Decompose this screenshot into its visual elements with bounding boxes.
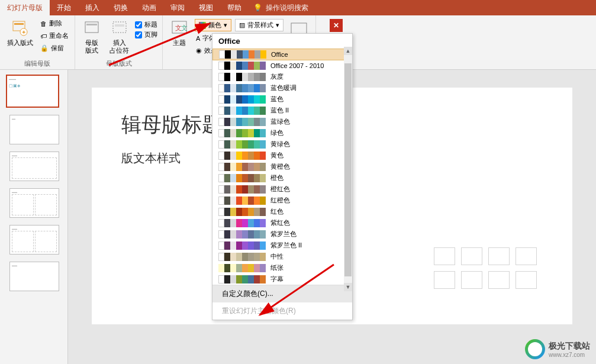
placeholder-label: 插入 占位符 xyxy=(109,39,129,54)
color-scheme-item[interactable]: 橙红色 xyxy=(212,183,352,195)
color-scheme-label: Office 2007 - 2010 xyxy=(270,62,324,69)
title-checkbox[interactable]: 标题 xyxy=(135,20,157,29)
tab-home[interactable]: 开始 xyxy=(50,0,78,15)
color-scheme-item[interactable]: 中性 xyxy=(212,251,352,262)
color-scheme-item[interactable]: 黄橙色 xyxy=(212,161,352,172)
layout-thumbnail[interactable]: ━━━ xyxy=(9,225,59,255)
color-scheme-label: 紫红色 xyxy=(270,218,290,227)
video-icon[interactable] xyxy=(488,271,510,289)
color-menu-header: Office xyxy=(212,34,352,49)
color-scheme-label: 黄橙色 xyxy=(270,162,290,171)
layout-thumbnail[interactable]: ━━━ xyxy=(9,262,59,291)
color-swatches xyxy=(218,230,266,239)
color-scheme-item[interactable]: 紫罗兰色 xyxy=(212,228,352,240)
scroll-down-arrow[interactable]: ▼ xyxy=(344,283,352,291)
color-scheme-item[interactable]: 黄色 xyxy=(212,150,352,161)
online-picture-icon[interactable] xyxy=(461,271,482,289)
color-swatches xyxy=(218,140,266,149)
3d-icon[interactable] xyxy=(516,247,537,265)
color-menu-footer: 自定义颜色(C)... 重设幻灯片主题颜色(R) xyxy=(212,285,352,320)
color-scheme-item[interactable]: 蓝色暖调 xyxy=(212,82,352,94)
colors-dropdown[interactable]: 颜色 ▾ xyxy=(195,19,231,31)
color-scheme-item[interactable]: 紫罗兰色 II xyxy=(212,240,352,251)
color-swatches xyxy=(218,241,266,250)
color-scheme-label: 蓝色 xyxy=(270,95,283,104)
insert-layout-button[interactable]: ✦ 插入版式 xyxy=(5,18,36,48)
color-scheme-label: 灰度 xyxy=(270,72,283,81)
color-scheme-item[interactable]: 字幕 xyxy=(212,273,352,285)
master-layout-button[interactable]: 母版 版式 xyxy=(80,18,104,56)
svg-rect-11 xyxy=(291,23,307,34)
footer-checkbox[interactable]: 页脚 xyxy=(135,30,157,39)
color-scheme-item[interactable]: 黄绿色 xyxy=(212,138,352,150)
table-icon[interactable] xyxy=(434,247,455,265)
color-scheme-item[interactable]: 绿色 xyxy=(212,127,352,138)
color-swatches xyxy=(218,253,266,261)
icon-icon[interactable] xyxy=(516,271,537,289)
tab-transitions[interactable]: 切换 xyxy=(107,0,135,15)
scroll-up-arrow[interactable]: ▲ xyxy=(344,47,352,55)
color-scheme-label: 蓝绿色 xyxy=(270,117,290,126)
color-scheme-item[interactable]: Office xyxy=(212,49,352,60)
color-swatches xyxy=(218,95,266,104)
color-swatches xyxy=(218,208,266,216)
insert-placeholder-button[interactable]: 插入 占位符 xyxy=(107,18,131,56)
preserve-button[interactable]: 🔒保留 xyxy=(39,43,70,54)
theme-button[interactable]: 文文 主题 xyxy=(167,18,191,48)
color-scheme-label: 绿色 xyxy=(270,128,283,137)
rename-button[interactable]: 🏷重命名 xyxy=(39,30,70,41)
color-scheme-label: 紫罗兰色 II xyxy=(270,241,302,250)
chart-icon[interactable] xyxy=(461,247,482,265)
bg-styles-dropdown[interactable]: ▨ 背景样式 ▾ xyxy=(235,19,283,31)
color-scheme-item[interactable]: 纸张 xyxy=(212,262,352,273)
scrollbar-thumb[interactable] xyxy=(344,63,352,276)
color-scheme-item[interactable]: 红橙色 xyxy=(212,195,352,206)
color-swatches xyxy=(218,197,266,205)
color-menu-scrollbar[interactable]: ▲ ▼ xyxy=(344,47,352,291)
color-scheme-item[interactable]: 灰度 xyxy=(212,71,352,82)
insert-placeholder-icon xyxy=(110,19,129,38)
close-icon: ✕ xyxy=(330,19,343,32)
color-scheme-item[interactable]: 紫红色 xyxy=(212,217,352,228)
tab-view[interactable]: 视图 xyxy=(192,0,220,15)
rename-icon: 🏷 xyxy=(40,33,47,40)
color-scheme-label: 纸张 xyxy=(270,263,283,272)
watermark-logo xyxy=(525,339,545,359)
color-scheme-label: 橙红色 xyxy=(270,185,290,194)
svg-rect-6 xyxy=(113,22,126,33)
master-thumbnail[interactable]: ━━━━▢▣◈ xyxy=(6,75,59,108)
smartart-icon[interactable] xyxy=(488,247,510,265)
layout-thumbnail[interactable]: ━━━ xyxy=(9,152,59,181)
color-scheme-item[interactable]: 红色 xyxy=(212,206,352,217)
svg-rect-7 xyxy=(115,24,124,27)
color-swatches xyxy=(218,264,266,272)
color-swatches xyxy=(219,50,266,59)
layout-thumbnail[interactable]: ━━━ xyxy=(9,188,59,218)
color-swatches xyxy=(218,185,266,194)
watermark: 极光下载站 www.xz7.com xyxy=(525,339,590,359)
color-scheme-label: 蓝色 II xyxy=(270,106,289,115)
color-scheme-item[interactable]: 蓝色 xyxy=(212,94,352,105)
color-scheme-label: 紫罗兰色 xyxy=(270,230,297,239)
tab-help[interactable]: 帮助 xyxy=(220,0,249,15)
bg-icon: ▨ xyxy=(239,21,245,29)
lightbulb-icon: 💡 xyxy=(253,4,262,12)
custom-colors-item[interactable]: 自定义颜色(C)... xyxy=(212,285,352,302)
tab-bar: 幻灯片母版 开始 插入 切换 动画 审阅 视图 帮助 💡 操作说明搜索 xyxy=(0,0,596,15)
color-scheme-item[interactable]: 蓝色 II xyxy=(212,105,352,116)
tell-me-search[interactable]: 💡 操作说明搜索 xyxy=(253,3,308,13)
effects-icon: ◉ xyxy=(196,47,202,54)
color-scheme-item[interactable]: 橙色 xyxy=(212,172,352,183)
tab-insert[interactable]: 插入 xyxy=(78,0,107,15)
color-swatches xyxy=(218,174,266,182)
tab-animations[interactable]: 动画 xyxy=(135,0,163,15)
color-scheme-label: 红色 xyxy=(270,207,283,216)
picture-icon[interactable] xyxy=(434,271,455,289)
tab-slide-master[interactable]: 幻灯片母版 xyxy=(0,0,50,15)
layout-thumbnail[interactable]: ━━ xyxy=(9,115,59,144)
color-scheme-item[interactable]: 蓝绿色 xyxy=(212,116,352,127)
svg-rect-4 xyxy=(85,22,98,33)
delete-button[interactable]: 🗑删除 xyxy=(39,18,70,29)
color-scheme-item[interactable]: Office 2007 - 2010 xyxy=(212,60,352,71)
tab-review[interactable]: 审阅 xyxy=(163,0,192,15)
